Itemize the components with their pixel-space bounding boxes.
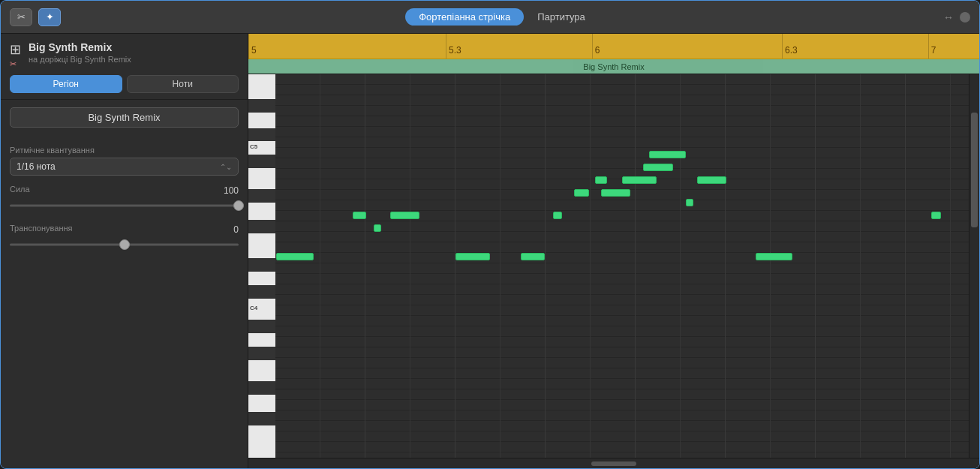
region-name-field[interactable]: Big Synth Remix — [10, 107, 239, 128]
tool-midi-button[interactable]: ✦ — [38, 8, 61, 26]
region-bar-fill: Big Synth Remix — [248, 59, 979, 74]
circle-indicator — [960, 12, 970, 23]
ruler-mark-6: 6 — [592, 34, 600, 59]
tab-piano-roll[interactable]: Фортепіанна стрічка — [405, 8, 524, 26]
note-block-14[interactable] — [643, 164, 672, 171]
tab-notes[interactable]: Ноти — [127, 75, 239, 93]
transpose-row: Транспонування 0 — [10, 224, 239, 236]
scroll-thumb-vertical[interactable] — [971, 113, 978, 227]
main-content: ⊞ ✂ Big Synth Remix на доріжці Big Synth… — [1, 34, 979, 468]
grid-cols — [275, 74, 969, 458]
quantize-select[interactable]: 1/16 нота ⌃⌄ — [10, 158, 239, 176]
piano-keys: C5 C4 — [248, 74, 275, 458]
midi-icon: ⊞ — [10, 43, 21, 56]
transpose-slider[interactable] — [10, 239, 239, 251]
note-block-7[interactable] — [553, 212, 563, 219]
velocity-label: Сила — [10, 185, 30, 194]
region-icon: ⊞ ✂ — [10, 43, 21, 69]
key-label-c5: C5 — [250, 143, 257, 150]
panel-tabs: Регіон Ноти — [10, 75, 239, 93]
note-block-16[interactable] — [697, 176, 726, 184]
note-block-9[interactable] — [931, 212, 941, 219]
region-info: ⊞ ✂ Big Synth Remix на доріжці Big Synth… — [10, 41, 239, 69]
quantize-label: Ритмічне квантування — [10, 146, 239, 155]
toolbar-right: ↔ — [943, 11, 970, 23]
note-block-8[interactable] — [686, 199, 693, 206]
region-bar: Big Synth Remix — [248, 59, 979, 74]
params-section: Ритмічне квантування 1/16 нота ⌃⌄ Сила 1… — [1, 132, 248, 468]
note-block-1[interactable] — [455, 253, 490, 260]
piano-roll: 5 5.3 6 6.3 7 Big Synth Remix C5 — [248, 34, 979, 468]
note-block-15[interactable] — [649, 151, 687, 158]
grid-background — [275, 74, 969, 458]
tab-bar: Фортепіанна стрічка Партитура — [67, 8, 937, 26]
scissors-icon: ✂ — [10, 59, 21, 69]
slider-track — [10, 205, 239, 207]
velocity-row: Сила 100 — [10, 185, 239, 197]
grid-area: C5 C4 — [248, 74, 979, 458]
tab-region[interactable]: Регіон — [10, 75, 122, 93]
arrow-icon: ↔ — [943, 11, 954, 23]
bottom-scroll[interactable] — [248, 458, 979, 468]
tool-scissor-button[interactable]: ✂ — [10, 8, 32, 26]
note-block-6[interactable] — [390, 212, 419, 219]
note-block-5[interactable] — [374, 224, 381, 232]
ruler: 5 5.3 6 6.3 7 — [248, 34, 979, 59]
transpose-slider-thumb[interactable] — [119, 239, 130, 250]
velocity-slider[interactable] — [10, 200, 239, 212]
ruler-mark-5: 5 — [248, 34, 257, 59]
slider-thumb[interactable] — [233, 200, 244, 211]
note-block-12[interactable] — [601, 189, 630, 197]
region-title: Big Synth Remix — [29, 41, 131, 53]
right-scrollbar[interactable] — [969, 74, 979, 458]
note-grid[interactable] — [275, 74, 969, 458]
ruler-mark-7: 7 — [928, 34, 936, 59]
toolbar: ✂ ✦ Фортепіанна стрічка Партитура ↔ — [1, 1, 979, 34]
left-panel: ⊞ ✂ Big Synth Remix на доріжці Big Synth… — [1, 34, 248, 468]
note-block-2[interactable] — [521, 253, 545, 260]
region-subtitle: на доріжці Big Synth Remix — [29, 55, 131, 64]
ruler-mark-5-3: 5.3 — [446, 34, 461, 59]
scroll-thumb-horizontal[interactable] — [591, 461, 636, 466]
note-block-4[interactable] — [353, 212, 366, 219]
region-header: ⊞ ✂ Big Synth Remix на доріжці Big Synth… — [1, 34, 248, 100]
transpose-label: Транспонування — [10, 224, 73, 233]
note-block-10[interactable] — [574, 189, 589, 197]
select-arrows-icon: ⌃⌄ — [220, 163, 232, 171]
piano-keys-visual[interactable]: C5 C4 — [248, 74, 275, 458]
app-window: ✂ ✦ Фортепіанна стрічка Партитура ↔ ⊞ ✂ … — [0, 0, 980, 469]
velocity-value: 100 — [224, 185, 239, 196]
note-block-13[interactable] — [622, 176, 657, 184]
note-block-3[interactable] — [756, 253, 793, 260]
ruler-inner: 5 5.3 6 6.3 7 — [248, 34, 979, 59]
region-text: Big Synth Remix на доріжці Big Synth Rem… — [29, 41, 131, 64]
tab-score[interactable]: Партитура — [524, 8, 599, 26]
note-block-0[interactable] — [276, 253, 314, 260]
transpose-value: 0 — [233, 224, 239, 235]
key-label-c4: C4 — [250, 305, 257, 311]
note-block-11[interactable] — [595, 176, 607, 184]
ruler-mark-6-3: 6.3 — [782, 34, 798, 59]
quantize-value: 1/16 нота — [17, 161, 56, 172]
